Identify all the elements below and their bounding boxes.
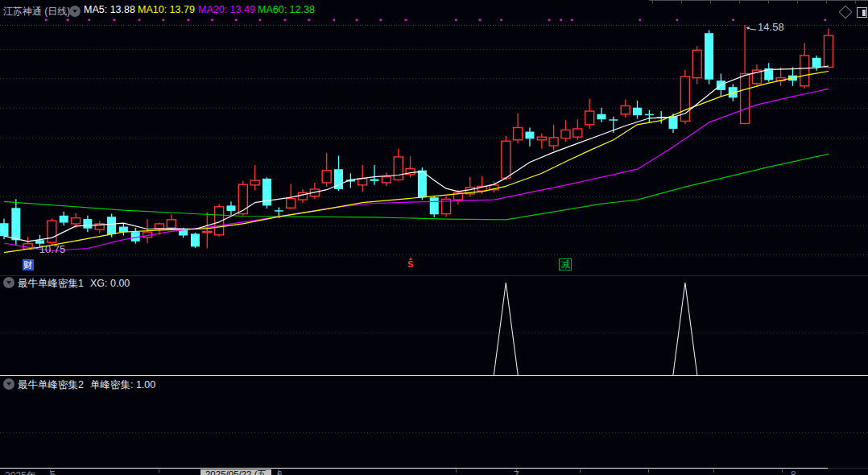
panel1-chevron-circle-icon[interactable] — [3, 277, 14, 288]
axis-month-6: 6 — [277, 469, 283, 475]
low-price-label: 10.75 — [39, 243, 66, 255]
stock-title: 江苏神通 (日线) — [3, 5, 70, 19]
axis-month-8: 8 — [791, 469, 796, 475]
chart-canvas[interactable] — [0, 0, 868, 475]
axis-year-label: 2025年 — [5, 469, 36, 475]
panel2-chevron-circle-icon[interactable] — [3, 378, 14, 390]
panel2-chevron-glyph — [6, 382, 11, 386]
axis-month-7: 7 — [514, 469, 519, 475]
panel1-value: XG: 0.00 — [90, 278, 130, 289]
ma60-legend: MA60: 12.38 — [258, 4, 315, 15]
ma20-legend: MA20: 13.49 — [198, 4, 255, 15]
ma5-legend: MA5: 13.88 — [84, 4, 135, 15]
panel2-value: 单峰密集: 1.00 — [90, 379, 155, 390]
axis-month-5: 5 — [50, 469, 56, 475]
reduce-holding-badge: 减 — [559, 258, 572, 271]
high-price-label: 14.58 — [758, 21, 784, 33]
finance-report-badge: 财 — [23, 259, 34, 271]
panel1-header: 最牛单峰密集1XG: 0.00 — [18, 277, 130, 291]
panel2-name: 最牛单峰密集2 — [18, 379, 84, 390]
app-window: 江苏神通 (日线) MA5: 13.88 MA10: 13.79 MA20: 1… — [0, 0, 868, 475]
chevron-down-circle-icon[interactable] — [69, 6, 81, 17]
panel1-name: 最牛单峰密集1 — [18, 278, 84, 289]
panel1-chevron-glyph — [6, 281, 11, 284]
chevron-down-glyph — [72, 10, 77, 13]
split-pane-fill — [862, 10, 866, 16]
split-pane-icon[interactable] — [857, 7, 867, 18]
panel2-header: 最牛单峰密集2单峰密集: 1.00 — [18, 378, 155, 392]
axis-date-highlight: 2025/05/22 (五 — [200, 469, 271, 475]
ma10-legend: MA10: 13.79 — [138, 4, 195, 15]
sell-signal-marker: ▲S — [407, 257, 413, 268]
